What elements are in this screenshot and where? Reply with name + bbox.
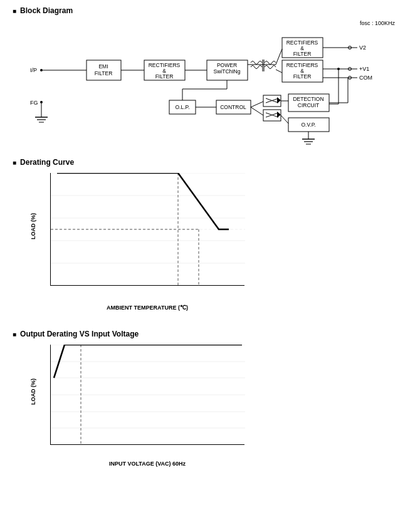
svg-text:FG: FG	[30, 100, 38, 106]
derating-curve-title: Derating Curve	[13, 158, 407, 167]
svg-text:SwiTChINg: SwiTChINg	[214, 68, 241, 75]
svg-line-25	[276, 70, 282, 73]
output-derating-section: Output Derating VS Input Voltage LOAD (%…	[13, 330, 407, 467]
output-derating-chart-area: 100 90 80 70 60 50 40 90 95	[50, 345, 244, 445]
svg-text:V2: V2	[359, 44, 366, 51]
output-derating-chart-container: LOAD (%) 100 90 80 70 60 50 40	[50, 345, 407, 467]
svg-text:FILTER: FILTER	[293, 51, 312, 57]
derating-chart-area: 100 80 60 50 40 20 0	[50, 173, 244, 286]
svg-text:DETECTION: DETECTION	[293, 96, 323, 102]
svg-line-68	[281, 115, 288, 123]
svg-line-59	[251, 102, 263, 107]
derating-chart-container: LOAD (%) 100 80 60 50	[50, 173, 407, 311]
block-diagram-container: fosc : 100KHz I/P FG EMI FILTER	[19, 20, 407, 145]
derating-curve-section: Derating Curve LOAD (%) 100 80 60	[13, 158, 407, 311]
derating-chart-svg: 100 80 60 50 40 20 0	[51, 173, 245, 286]
svg-text:FILTER: FILTER	[293, 73, 312, 80]
svg-text:FILTER: FILTER	[95, 70, 113, 76]
svg-text:FILTER: FILTER	[155, 73, 174, 80]
svg-text:+V1: +V1	[359, 66, 369, 72]
svg-marker-54	[277, 97, 281, 103]
derating-xlabel: AMBIENT TEMPERATURE (℃)	[50, 305, 244, 311]
svg-text:O.L.P.: O.L.P.	[176, 104, 190, 110]
block-diagram-section: Block Diagram fosc : 100KHz I/P FG EMI F…	[13, 6, 407, 145]
output-derating-title: Output Derating VS Input Voltage	[13, 330, 407, 338]
svg-point-1	[40, 69, 43, 71]
svg-line-24	[276, 49, 282, 65]
svg-text:CONTROL: CONTROL	[220, 104, 246, 110]
svg-text:O.V.P.: O.V.P.	[301, 122, 315, 128]
block-diagram-svg: I/P FG EMI FILTER RECTIFIERS & FILTER	[19, 20, 407, 145]
output-derating-xlabel: INPUT VOLTAGE (VAC) 60Hz	[50, 461, 244, 467]
svg-marker-58	[277, 112, 281, 118]
derating-ylabel: LOAD (%)	[30, 213, 36, 239]
svg-point-43	[337, 68, 340, 70]
svg-text:I/P: I/P	[30, 67, 37, 73]
svg-text:POWER: POWER	[217, 62, 237, 68]
svg-text:CIRCUIT: CIRCUIT	[298, 102, 319, 108]
svg-text:COM: COM	[359, 75, 372, 81]
output-derating-chart-svg: 100 90 80 70 60 50 40 90 95	[51, 345, 245, 445]
svg-text:EMI: EMI	[98, 63, 108, 70]
block-diagram-title: Block Diagram	[13, 6, 407, 15]
svg-point-4	[40, 101, 43, 103]
svg-line-60	[251, 107, 263, 115]
output-derating-ylabel: LOAD (%)	[30, 378, 36, 405]
